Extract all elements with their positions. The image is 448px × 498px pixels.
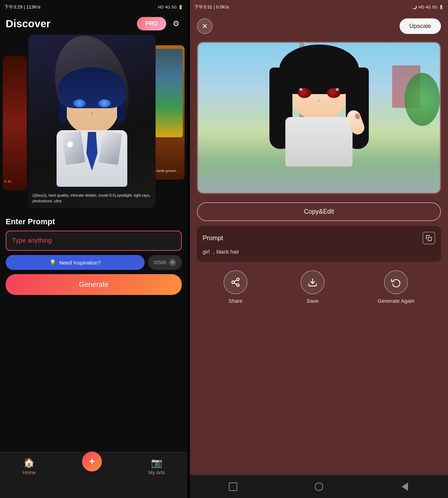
left-bottom-nav: 🏠 Home + 📷 My Arts [0,452,187,498]
prompt-controls: 💡 Need Inspiration? 0/500 ✕ [6,255,182,270]
right-status-time: 下午3:31 | 0.0K/s [194,4,229,10]
right-system-nav [190,475,448,498]
anime-girl-character [285,57,353,167]
prompt-box-title: Prompt [203,234,223,242]
gallery-side-right[interactable]: A lands ground... [153,45,185,180]
left-header: Discover PRO ⚙ [0,14,187,35]
prompt-box-header: Prompt [203,232,435,244]
share-action[interactable]: Share [223,270,248,304]
square-icon [229,482,237,491]
plus-icon: + [89,456,95,467]
right-status-bar: 下午3:31 | 0.0K/s 🌙 HD 4G 5G 🔋 [190,0,448,14]
right-status-icons: 🌙 HD 4G 5G 🔋 [412,5,444,10]
gallery-caption: (((boy))), best quality, intricate detai… [33,193,151,204]
nav-home[interactable]: 🏠 Home [23,457,36,475]
nav-my-arts[interactable]: 📷 My Arts [149,457,165,475]
right-nav-back-button[interactable] [398,480,412,494]
enter-prompt-section: Enter Prompt Type anything 💡 Need Inspir… [0,212,187,295]
left-panel: 下午3:29 | 113K/s HD 4G 5G 🔋 Discover PRO … [0,0,187,498]
side-left-label: rt, tic, [4,180,25,183]
app-title: Discover [6,18,133,30]
svg-rect-0 [428,237,432,241]
prompt-placeholder: Type anything [12,237,52,244]
panel-separator [187,0,190,498]
generate-again-icon-circle [384,270,408,294]
back-chevron-icon [402,482,408,491]
gallery-main-image [28,35,156,208]
generate-again-action[interactable]: Generate Again [378,270,414,304]
counter-text: 0/500 [154,260,166,265]
enter-prompt-title: Enter Prompt [6,217,182,226]
generated-image-wrapper [197,42,441,194]
prompt-content-text: girl ，black hair [203,248,435,256]
svg-point-3 [237,284,239,286]
clear-counter-button[interactable]: ✕ [169,259,176,266]
inspiration-label: Need Inspiration? [59,260,101,266]
save-label: Save [307,298,319,304]
action-buttons: Share Save Generate Again [190,262,448,309]
home-icon: 🏠 [23,457,35,468]
save-icon-circle [301,270,325,294]
svg-line-5 [234,280,237,282]
svg-point-1 [237,278,239,280]
copy-edit-button[interactable]: Copy&Edit [197,202,441,221]
right-nav-circle-button[interactable] [312,480,326,494]
generated-image [198,43,440,193]
right-panel: 下午3:31 | 0.0K/s 🌙 HD 4G 5G 🔋 ✕ Upscale [190,0,448,498]
upscale-button[interactable]: Upscale [400,18,441,34]
left-status-bar: 下午3:29 | 113K/s HD 4G 5G 🔋 [0,0,187,14]
gallery-main-card[interactable]: (((boy))), best quality, intricate detai… [28,35,156,208]
home-label: Home [23,470,36,475]
left-status-icons: HD 4G 5G 🔋 [158,5,183,10]
settings-icon[interactable]: ⚙ [170,18,182,29]
my-arts-icon: 📷 [151,457,162,468]
close-button[interactable]: ✕ [197,18,213,34]
save-action[interactable]: Save [301,270,325,304]
gallery-side-left[interactable]: rt, tic, [3,56,27,190]
prompt-box: Prompt girl ，black hair [197,226,441,262]
circle-icon [315,482,323,491]
right-nav-square-button[interactable] [226,480,240,494]
image-gallery: rt, tic, [3,35,185,212]
svg-point-2 [232,281,234,283]
copy-prompt-button[interactable] [423,232,435,244]
pro-button[interactable]: PRO [137,17,166,30]
svg-line-4 [234,283,237,284]
generate-again-label: Generate Again [378,298,414,304]
bulb-icon: 💡 [50,259,56,266]
left-status-time: 下午3:29 | 113K/s [4,4,40,10]
counter-badge: 0/500 ✕ [148,255,182,270]
share-icon-circle [223,270,248,294]
right-header: ✕ Upscale [190,14,448,38]
prompt-input-wrapper[interactable]: Type anything [6,231,182,251]
my-arts-label: My Arts [149,470,165,475]
inspiration-button[interactable]: 💡 Need Inspiration? [6,255,145,270]
share-label: Share [228,298,243,304]
generate-button[interactable]: Generate [6,274,182,295]
side-right-label: A lands ground... [154,169,183,173]
add-create-button[interactable]: + [81,450,103,473]
